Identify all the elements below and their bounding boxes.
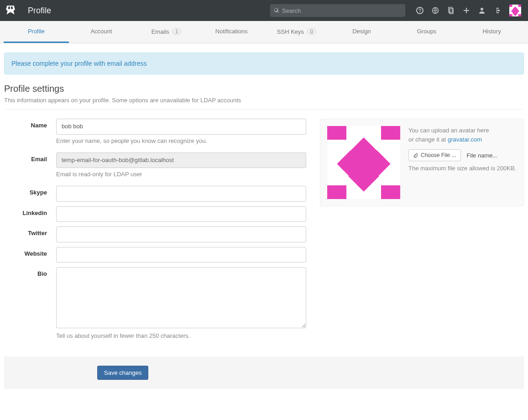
max-size-hint: The maximum file size allowed is 200KB. bbox=[408, 164, 516, 173]
bio-textarea[interactable] bbox=[56, 267, 306, 328]
tab-label: Emails bbox=[152, 28, 169, 35]
settings-tabs: Profile Account Emails 1 Notifications S… bbox=[0, 21, 528, 43]
website-input[interactable] bbox=[56, 247, 306, 263]
divider bbox=[4, 109, 524, 110]
file-name-display: File name... bbox=[466, 152, 497, 159]
email-input bbox=[56, 152, 306, 168]
header-icons: ? bbox=[413, 4, 505, 17]
tab-label: SSH Keys bbox=[277, 28, 304, 35]
user-icon bbox=[478, 7, 486, 14]
tab-notifications[interactable]: Notifications bbox=[199, 21, 264, 43]
user-avatar-small[interactable] bbox=[509, 5, 521, 16]
tab-badge: 0 bbox=[307, 28, 316, 35]
explore-link[interactable] bbox=[428, 4, 443, 17]
signout-icon bbox=[494, 7, 501, 14]
help-icon: ? bbox=[416, 7, 423, 14]
logo-link[interactable] bbox=[0, 0, 21, 21]
tab-design[interactable]: Design bbox=[329, 21, 394, 43]
tab-label: Notifications bbox=[215, 28, 248, 35]
search-box[interactable] bbox=[270, 4, 405, 17]
tab-history[interactable]: History bbox=[459, 21, 524, 43]
snippets-link[interactable] bbox=[444, 4, 458, 17]
email-help: Email is read-only for LDAP user bbox=[56, 171, 306, 178]
profile-link[interactable] bbox=[475, 4, 489, 17]
alert-text: Please complete your profile with email … bbox=[11, 60, 146, 67]
profile-incomplete-alert: Please complete your profile with email … bbox=[4, 52, 524, 74]
search-icon bbox=[274, 8, 279, 13]
tab-groups[interactable]: Groups bbox=[394, 21, 460, 43]
svg-rect-14 bbox=[327, 126, 346, 140]
svg-text:?: ? bbox=[418, 8, 421, 13]
page-subtitle: This information appears on your profile… bbox=[4, 97, 524, 104]
gravatar-link[interactable]: gravatar.com bbox=[448, 136, 482, 143]
help-link[interactable]: ? bbox=[413, 4, 427, 17]
tab-label: Groups bbox=[417, 28, 437, 35]
tab-label: History bbox=[482, 28, 501, 35]
search-input[interactable] bbox=[282, 7, 402, 14]
skype-input[interactable] bbox=[56, 186, 306, 202]
website-label: Website bbox=[4, 247, 56, 257]
top-header: Profile ? bbox=[0, 0, 528, 21]
avatar-panel: You can upload an avatar here or change … bbox=[320, 119, 524, 206]
svg-rect-5 bbox=[509, 5, 512, 7]
skype-label: Skype bbox=[4, 186, 56, 196]
plus-icon bbox=[463, 7, 470, 14]
signout-link[interactable] bbox=[490, 4, 505, 17]
twitter-input[interactable] bbox=[56, 226, 306, 242]
tab-profile[interactable]: Profile bbox=[4, 21, 69, 43]
avatar-gravatar-hint: or change it at gravatar.com bbox=[408, 135, 516, 144]
svg-rect-12 bbox=[518, 14, 522, 16]
name-help: Enter your name, so people you know can … bbox=[56, 137, 306, 144]
gravatar-prefix: or change it at bbox=[408, 136, 448, 143]
tab-emails[interactable]: Emails 1 bbox=[134, 21, 199, 43]
choose-file-button[interactable]: Choose File ... bbox=[408, 149, 461, 161]
twitter-label: Twitter bbox=[4, 226, 56, 236]
svg-rect-23 bbox=[327, 185, 346, 199]
linkedin-label: Linkedin bbox=[4, 206, 56, 216]
save-button[interactable]: Save changes bbox=[97, 366, 148, 380]
tab-account[interactable]: Account bbox=[69, 21, 134, 43]
email-label: Email bbox=[4, 152, 56, 163]
linkedin-input[interactable] bbox=[56, 206, 306, 222]
tab-label: Design bbox=[352, 28, 371, 35]
svg-rect-6 bbox=[518, 5, 522, 7]
paperclip-icon bbox=[413, 153, 418, 158]
user-avatar-large bbox=[327, 126, 400, 199]
form-actions: Save changes bbox=[4, 357, 524, 389]
tab-ssh-keys[interactable]: SSH Keys 0 bbox=[264, 21, 329, 43]
svg-rect-15 bbox=[381, 126, 400, 140]
tab-label: Profile bbox=[28, 28, 45, 35]
svg-rect-24 bbox=[381, 185, 400, 199]
name-label: Name bbox=[4, 119, 56, 129]
svg-point-3 bbox=[481, 8, 483, 10]
tab-label: Account bbox=[90, 28, 112, 35]
name-input[interactable] bbox=[56, 119, 306, 135]
page-header-title: Profile bbox=[28, 6, 51, 16]
choose-file-label: Choose File ... bbox=[421, 152, 456, 158]
files-icon bbox=[447, 7, 455, 14]
page-title: Profile settings bbox=[4, 84, 524, 94]
gitlab-fox-icon bbox=[5, 5, 16, 16]
globe-icon bbox=[432, 7, 439, 14]
bio-label: Bio bbox=[4, 267, 56, 277]
avatar-upload-hint: You can upload an avatar here bbox=[408, 126, 516, 135]
new-link[interactable] bbox=[459, 4, 474, 17]
tab-badge: 1 bbox=[172, 28, 181, 35]
bio-help: Tell us about yourself in fewer than 250… bbox=[56, 332, 306, 339]
svg-rect-11 bbox=[509, 14, 512, 16]
